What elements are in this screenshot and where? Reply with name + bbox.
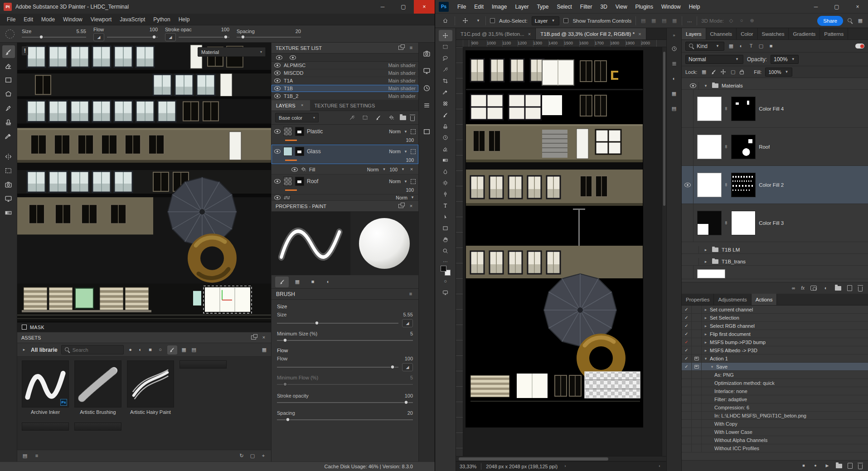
painter-maximize-button[interactable]: ▢ bbox=[393, 0, 414, 14]
tab-adjustments[interactable]: Adjustments bbox=[714, 294, 751, 305]
lasso-tool[interactable] bbox=[439, 53, 452, 64]
layer-opacity[interactable]: 100 bbox=[406, 157, 414, 163]
layer-opacity[interactable]: 100 bbox=[406, 137, 414, 143]
texture-set-row[interactable]: T1A Main shader bbox=[272, 77, 418, 85]
document-view[interactable] bbox=[466, 51, 643, 427]
history-panel-icon[interactable] bbox=[669, 43, 679, 54]
action-check-icon[interactable]: ✓ bbox=[682, 363, 692, 370]
layer-fill-thumbnail[interactable] bbox=[697, 173, 722, 197]
stroke-opacity-parameter[interactable]: Stroke opacity100 bbox=[272, 388, 418, 406]
status-scroll-left-icon[interactable]: ‹ bbox=[656, 463, 663, 470]
layer-row[interactable]: Roof Norm▾ 100 bbox=[272, 175, 418, 194]
texture-set-row[interactable]: MISCDD Main shader bbox=[272, 69, 418, 77]
eye-icon[interactable] bbox=[274, 94, 281, 98]
gradient-tool[interactable] bbox=[439, 155, 452, 166]
show-transform-checkbox[interactable] bbox=[563, 18, 568, 23]
delete-action-icon[interactable] bbox=[858, 464, 863, 469]
camera-panel-icon[interactable] bbox=[421, 47, 433, 60]
assets-dock-icon[interactable] bbox=[251, 335, 256, 340]
share-button[interactable]: Share bbox=[817, 16, 843, 26]
horizontal-ruler[interactable]: 900 1000 1100 1200 1300 1400 1500 1600 1… bbox=[463, 40, 666, 47]
group-expand-icon[interactable]: ▸ bbox=[703, 258, 709, 265]
layer-visibility-eye-icon[interactable] bbox=[274, 179, 281, 184]
filter-environments-icon[interactable]: ○ bbox=[157, 346, 164, 354]
home-icon[interactable] bbox=[440, 15, 451, 26]
layer-fill-thumbnail[interactable] bbox=[697, 97, 722, 121]
menu-mode[interactable]: Mode bbox=[37, 15, 59, 24]
action-check-icon[interactable]: ✓ bbox=[682, 330, 692, 338]
channel-dropdown[interactable]: Base color▾ bbox=[275, 113, 319, 122]
photoshop-close-button[interactable]: × bbox=[847, 0, 868, 13]
assets-search-input[interactable] bbox=[73, 347, 120, 353]
adjustment-layer-icon[interactable]: ◐ bbox=[823, 285, 829, 292]
history-panel-icon[interactable] bbox=[421, 82, 433, 94]
action-detail-row[interactable]: Optimization method: quick bbox=[682, 379, 868, 387]
vertical-ruler[interactable] bbox=[456, 47, 463, 456]
action-dialog-toggle[interactable] bbox=[692, 306, 702, 313]
action-check-icon[interactable]: ✓ bbox=[682, 306, 692, 313]
quick-mask-button[interactable]: ○ bbox=[439, 276, 452, 287]
filter-materials-icon[interactable]: ● bbox=[127, 346, 134, 354]
stop-recording-icon[interactable]: ■ bbox=[800, 462, 807, 470]
auto-select-dropdown[interactable]: Layer▾ bbox=[532, 16, 560, 25]
action-row[interactable]: ✓ ▸ Set Selection bbox=[682, 314, 868, 322]
action-check-icon[interactable]: ✓ bbox=[682, 346, 692, 354]
minimum-size-parameter[interactable]: Minimum Size (%)5 bbox=[272, 328, 418, 344]
action-check-icon[interactable]: ✓ bbox=[682, 322, 692, 330]
action-row-selected[interactable]: ✓ ▾ Save bbox=[682, 363, 868, 371]
document-canvas-area[interactable] bbox=[456, 47, 666, 456]
library-selector[interactable]: All librarie bbox=[31, 347, 58, 353]
shape-tool[interactable] bbox=[439, 223, 452, 234]
delete-layer-icon[interactable] bbox=[858, 286, 863, 291]
display-settings-button[interactable] bbox=[2, 192, 15, 205]
marquee-tool[interactable] bbox=[439, 41, 452, 53]
assets-detail-view-icon[interactable]: ≡ bbox=[34, 452, 40, 460]
group-expand-icon[interactable]: ▾ bbox=[703, 82, 709, 89]
layer-row-selected[interactable]: ∞ Color Fill 2 bbox=[682, 166, 868, 204]
action-row[interactable]: ✓ ▾ Action 1 bbox=[682, 354, 868, 363]
action-detail-row[interactable]: With Lower Case bbox=[682, 428, 868, 436]
viewport-shader-dropdown[interactable]: Material▾ bbox=[198, 47, 266, 57]
tab-brush-settings[interactable] bbox=[275, 277, 289, 287]
eye-icon[interactable] bbox=[274, 86, 281, 91]
action-dialog-toggle[interactable] bbox=[692, 338, 702, 346]
play-action-icon[interactable]: ▶ bbox=[824, 462, 830, 470]
action-check-icon[interactable]: ✓ bbox=[682, 314, 692, 321]
kind-filter-dropdown[interactable]: Kind ▾ bbox=[685, 42, 724, 51]
asset-card[interactable]: Ps Archive Inker bbox=[22, 360, 69, 417]
new-group-icon[interactable] bbox=[835, 286, 841, 291]
add-fill-layer-icon[interactable] bbox=[387, 113, 396, 122]
layer-mask-thumbnail[interactable] bbox=[731, 97, 756, 121]
filter-adjustment-layers-icon[interactable]: ◐ bbox=[738, 43, 744, 50]
align-center-icon[interactable]: ▦ bbox=[650, 17, 657, 24]
menu-plugins[interactable]: Plugins bbox=[631, 2, 657, 11]
lock-transparency-icon[interactable]: ▦ bbox=[701, 68, 707, 76]
menu-image[interactable]: Image bbox=[488, 2, 511, 11]
vertical-scroll-thumb[interactable] bbox=[663, 52, 665, 206]
mask-link-icon[interactable]: ∞ bbox=[724, 183, 729, 186]
layer-opacity[interactable]: 100 bbox=[406, 187, 414, 193]
layer-visibility-eye-icon[interactable] bbox=[274, 149, 281, 154]
tab-alpha[interactable]: ▦ bbox=[291, 277, 304, 287]
lock-position-icon[interactable] bbox=[720, 69, 726, 75]
texture-set-row[interactable]: T1B_2 Main shader bbox=[272, 92, 418, 100]
layer-row[interactable]: ∞ Color Fill 3 bbox=[682, 204, 868, 242]
stroke-opacity-slider-control[interactable]: Stroke opac100 ◢ bbox=[165, 27, 229, 41]
action-row[interactable]: ✓ ▸ MSFS bump->P3D bump bbox=[682, 338, 868, 346]
edit-toolbar-icon[interactable]: … bbox=[442, 257, 449, 264]
auto-select-checkbox[interactable] bbox=[490, 18, 495, 23]
asset-thumbnail-partial[interactable] bbox=[22, 422, 69, 431]
visibility-all-eye-icon[interactable] bbox=[290, 55, 296, 60]
painter-minimize-button[interactable]: ─ bbox=[372, 0, 393, 14]
quick-mask-tool[interactable] bbox=[2, 164, 15, 177]
lock-artboard-icon[interactable]: ▢ bbox=[730, 68, 736, 76]
zoom-tool[interactable] bbox=[439, 245, 452, 257]
blend-mode-dropdown[interactable]: Norm▾ bbox=[389, 178, 416, 185]
add-paint-layer-icon[interactable] bbox=[373, 113, 383, 122]
libraries-panel-icon[interactable]: ▦ bbox=[669, 88, 679, 99]
texture-set-menu-icon[interactable]: ≡ bbox=[408, 44, 414, 52]
pen-tool[interactable] bbox=[439, 189, 452, 200]
painter-2d-viewport[interactable]: ! Material▾ MASK bbox=[17, 43, 271, 332]
visibility-filter-eye-icon[interactable] bbox=[276, 55, 282, 60]
layer-row[interactable]: ∞ Roof bbox=[682, 128, 868, 166]
